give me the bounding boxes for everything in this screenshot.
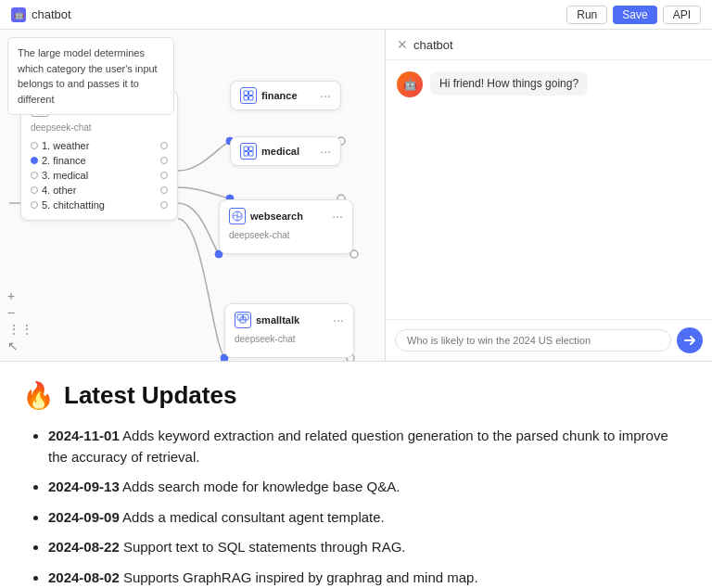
preview-chat-input[interactable] [395,329,671,352]
smalltalk-header: smalltalk ··· [235,312,344,328]
svg-rect-20 [249,152,254,157]
finance-menu[interactable]: ··· [320,88,331,103]
port-medical [160,172,168,179]
smalltalk-icon [235,312,251,328]
api-button[interactable]: API [663,6,701,24]
websearch-menu[interactable]: ··· [332,209,343,224]
list-item: 2. finance [31,153,168,168]
bot-icon: 🤖 [11,7,26,22]
svg-point-3 [350,250,358,258]
port-chitchat [160,201,168,209]
preview-messages: 🤖 Hi friend! How things going? [386,60,712,319]
update-date: 2024-09-13 [48,479,120,494]
message-bubble: Hi friend! How things going? [430,71,588,96]
canvas-toolbar: + − ⋮⋮ ↖ [7,288,33,353]
screenshot-area: 🤖 chatbot Run Save API [0,0,712,362]
tooltip-text: The large model determines which categor… [18,47,158,105]
cursor-icon[interactable]: ↖ [7,339,33,353]
save-button[interactable]: Save [613,6,656,24]
preview-close-icon[interactable]: ✕ [397,37,408,52]
update-item: 2024-09-09 Adds a medical consultant age… [48,507,690,529]
port-other [160,186,168,194]
updates-list: 2024-11-01 Adds keyword extraction and r… [22,426,690,588]
svg-rect-18 [249,147,254,151]
smalltalk-menu[interactable]: ··· [333,313,344,327]
chatbot-preview: ✕ chatbot 🤖 Hi friend! How things going? [385,30,712,361]
update-date: 2024-11-01 [48,428,120,443]
svg-rect-15 [244,96,248,101]
smalltalk-subtitle: deepseek-chat [235,334,344,344]
header-buttons: Run Save API [566,6,701,24]
update-item: 2024-08-22 Support text to SQL statement… [48,537,690,558]
header-title: chatbot [32,7,71,21]
list-item: 1. weather [31,138,168,153]
tooltip-box: The large model determines which categor… [7,37,174,115]
send-button[interactable] [677,327,703,353]
zoom-in-icon[interactable]: + [7,288,33,303]
medical-node[interactable]: medical ··· [230,136,341,166]
run-button[interactable]: Run [566,6,607,24]
medical-header: medical ··· [240,143,331,160]
message-text: Hi friend! How things going? [439,77,578,90]
port-weather [160,142,168,149]
svg-rect-17 [244,147,248,151]
avatar-emoji: 🤖 [403,78,417,91]
websearch-subtitle: deepseek-chat [229,230,343,240]
medical-title: medical [261,146,299,157]
list-item: 3. medical [31,168,168,183]
medical-icon [240,143,257,160]
update-date: 2024-09-09 [48,509,120,525]
finance-title: finance [261,90,298,101]
list-item: 4. other [31,183,168,198]
update-date: 2024-08-02 [48,569,120,585]
categorize-subtitle: deepseek-chat [31,122,168,133]
fire-icon: 🔥 [22,380,55,411]
preview-title: chatbot [413,38,453,52]
flow-canvas[interactable]: The large model determines which categor… [0,30,385,361]
update-item: 2024-08-02 Supports GraphRAG inspired by… [48,568,690,589]
update-item: 2024-11-01 Adds keyword extraction and r… [48,426,690,467]
section-heading: Latest Updates [64,381,236,410]
websearch-header: websearch ··· [229,208,343,224]
svg-rect-16 [249,96,254,101]
grid-icon[interactable]: ⋮⋮ [7,322,33,337]
preview-input-area [386,319,712,361]
finance-node[interactable]: finance ··· [230,81,341,110]
zoom-out-icon[interactable]: − [7,305,33,320]
finance-header: finance ··· [240,87,331,104]
svg-rect-13 [244,91,248,96]
port-finance [160,157,168,164]
update-date: 2024-08-22 [48,539,120,555]
header-left: 🤖 chatbot [11,7,71,22]
section-title: 🔥 Latest Updates [22,380,690,411]
svg-rect-14 [249,91,254,96]
websearch-node[interactable]: websearch ··· deepseek-chat [219,199,353,254]
content-area: 🔥 Latest Updates 2024-11-01 Adds keyword… [0,362,712,588]
smalltalk-node[interactable]: smalltalk ··· deepseek-chat [224,303,354,358]
message-row: 🤖 Hi friend! How things going? [397,71,701,97]
chatbot-header: 🤖 chatbot Run Save API [0,0,712,30]
list-item: 5. chitchatting [31,198,168,212]
smalltalk-title: smalltalk [256,314,299,326]
update-item: 2024-09-13 Adds search mode for knowledg… [48,477,690,498]
websearch-title: websearch [250,211,303,222]
categorize-list: 1. weather 2. finance 3. medical 4. othe… [31,138,168,212]
finance-icon [240,87,257,104]
websearch-icon [229,208,246,224]
medical-menu[interactable]: ··· [320,144,331,159]
svg-rect-19 [244,152,248,157]
send-icon [683,334,696,347]
bot-avatar: 🤖 [397,71,423,97]
preview-header: ✕ chatbot [386,30,712,60]
